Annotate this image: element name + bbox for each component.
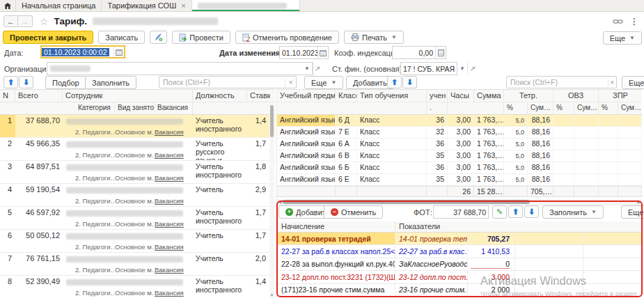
col-header-hours[interactable]: Часы	[448, 90, 474, 102]
right-more-button[interactable]: Еще▼	[622, 76, 644, 89]
print-button[interactable]: Печать▼	[344, 31, 404, 44]
employee-row[interactable]: 5 46 597,92 2. Педагоги… Основное м… Вак…	[0, 207, 275, 230]
move-down-button[interactable]: ⬇	[402, 76, 417, 88]
col-header-ovz-sum[interactable]: Сум…	[574, 102, 599, 114]
calendar-icon[interactable]	[317, 47, 328, 58]
col-header-tetr-pct[interactable]: %	[504, 102, 528, 114]
pick-button[interactable]: Подбор	[45, 76, 86, 89]
accrual-row[interactable]: 23-12 допл.по пост.3231 (1732)(ШК) 23-12…	[277, 271, 642, 283]
accrual-row[interactable]: 14-01 проверка тетрадей 14-01 проверка т…	[277, 233, 642, 245]
col-header-category[interactable]: Категория	[75, 102, 115, 114]
move-down-button[interactable]: ⬇	[524, 205, 539, 218]
col-header-n[interactable]: N	[0, 90, 15, 102]
link-icon[interactable]	[613, 18, 623, 25]
search-input[interactable]	[507, 78, 608, 86]
open-link-icon[interactable]: ↗	[467, 62, 478, 75]
vacancy-link[interactable]: Вакансия	[155, 151, 191, 159]
accrual-row[interactable]: 22-28 за выпол.функций кл.рук.4000 ЗаКла…	[277, 258, 642, 271]
subject-row[interactable]: Английский язык 6 Д Класс 36 3,00 1 763,…	[277, 115, 642, 127]
employee-row[interactable]: 8 52 390,49 2. Педагоги… Основное м… Вак…	[0, 276, 275, 298]
favorite-star-icon[interactable]: ☆	[40, 16, 49, 27]
col-group-tetr[interactable]: Тетр.	[504, 90, 553, 102]
col-header-rate[interactable]: Ставк	[247, 90, 270, 102]
col-header-class[interactable]: Класс	[336, 90, 357, 102]
employee-row[interactable]: 7 76 761,15 2. Педагоги… Основное м… Вак…	[0, 253, 275, 276]
vacancy-link[interactable]: Вакансия	[155, 174, 191, 182]
col-group-zpr[interactable]: ЗПР	[599, 90, 642, 102]
col-header-ovz-pct[interactable]: %	[553, 102, 574, 114]
col-group-ovz[interactable]: ОВЗ	[553, 90, 599, 102]
post-and-close-button[interactable]: Провести и закрыть	[3, 31, 93, 44]
employee-row[interactable]: 6 50 050,12 2. Педагоги… Основное м… Вак…	[0, 230, 275, 253]
index-coef-input[interactable]: 0,00	[392, 46, 446, 59]
scrollbar-thumb[interactable]	[283, 200, 530, 204]
left-more-button[interactable]: Еще▼	[304, 76, 343, 89]
col-header-accrual[interactable]: Начисление	[277, 221, 395, 232]
edit-button[interactable]: ✎	[492, 205, 507, 219]
search-input[interactable]	[159, 78, 285, 86]
scroll-down-icon[interactable]: ▼	[269, 293, 274, 297]
col-header-subject[interactable]: Учебный предмет	[277, 90, 336, 102]
move-down-button[interactable]: ⬇	[19, 76, 33, 88]
move-up-button[interactable]: ⬆	[387, 76, 402, 88]
save-button[interactable]: Записать	[98, 31, 145, 44]
change-date-input[interactable]: 01.10.2023	[279, 46, 329, 59]
fill-left-button[interactable]: Заполнить	[85, 76, 136, 89]
col-header-students[interactable]: учен	[427, 90, 448, 102]
tab-active-redacted[interactable]	[192, 0, 300, 11]
col-header-zpr-pct[interactable]: %	[599, 102, 618, 114]
scroll-right-icon[interactable]: ▶	[638, 199, 641, 205]
vertical-scrollbar[interactable]: ▼	[269, 102, 274, 298]
subjects-search[interactable]: ×	[506, 76, 617, 88]
vacancy-link[interactable]: Вакансия	[155, 220, 191, 228]
employee-row[interactable]: 2 45 966,35 2. Педагоги… Основное м… Вак…	[0, 138, 275, 161]
clear-search-icon[interactable]: ×	[285, 79, 296, 86]
dropdown-icon[interactable]: ▼	[303, 62, 311, 75]
cancel-accrual-button[interactable]: −Отменить	[324, 205, 383, 219]
vacancy-link[interactable]: Вакансия	[155, 243, 191, 251]
col-header-vacancy[interactable]: Вакансия	[155, 102, 193, 114]
calculator-icon[interactable]	[435, 47, 446, 58]
col-header-zpr-sum[interactable]: Сум…	[618, 102, 642, 114]
subject-row[interactable]: Английский язык 6 Е Класс 35 3,00 1 763,…	[277, 174, 642, 186]
subject-row[interactable]: Английский язык 7 Е Класс 32 3,00 1 763,…	[277, 127, 642, 139]
col-header-total[interactable]: Всего	[15, 90, 63, 102]
vacancy-link[interactable]: Вакансия	[155, 289, 191, 297]
col-header-tetr-sum[interactable]: Сум…	[528, 102, 553, 114]
close-icon[interactable]: ×	[181, 1, 185, 10]
tab-home-page[interactable]: Начальная страница	[16, 0, 102, 11]
fot-input[interactable]: 37 688,70	[433, 205, 489, 219]
home-tab[interactable]	[0, 0, 16, 11]
subject-row[interactable]: Английский язык 6 В Класс 35 3,00 1 763,…	[277, 150, 642, 162]
col-header-employee[interactable]: Сотрудник	[63, 90, 193, 102]
organization-input[interactable]	[47, 62, 313, 75]
col-header-position[interactable]: Должность	[193, 90, 247, 102]
clear-search-icon[interactable]: ×	[608, 79, 616, 86]
scroll-left-icon[interactable]: ◀	[278, 199, 281, 205]
dropdown-icon[interactable]: ▼	[458, 62, 466, 75]
employees-search[interactable]: ×	[159, 76, 297, 88]
quill-icon-button[interactable]	[150, 31, 167, 44]
fin-source-input[interactable]: 17 ! СУБ. КРАЯ	[400, 62, 457, 75]
calendar-icon[interactable]	[113, 47, 124, 57]
accrual-row[interactable]: (171)23-16 прочие стим.сумма 23-16 прочи…	[277, 284, 642, 297]
employee-row[interactable]: 3 64 897,51 2. Педагоги… Основное м… Вак…	[0, 161, 275, 184]
kebab-menu-icon[interactable]: ⋮	[630, 17, 638, 26]
form-more-button[interactable]: Еще▼	[603, 31, 642, 45]
date-input[interactable]: 01.10.2023 0:00:02	[40, 45, 125, 58]
tab-tarifikaciya[interactable]: Тарификация СОШ ×	[102, 0, 191, 11]
subject-row[interactable]: Английский язык 6 А Класс 36 3,00 1 763,…	[277, 139, 642, 150]
subject-row[interactable]: Английский язык 6 Б Класс 36 3,00 1 763,…	[277, 162, 642, 174]
post-button[interactable]: Провести	[172, 31, 230, 44]
col-header-indicators[interactable]: Показатели	[395, 221, 642, 232]
col-header-employment[interactable]: Вид занятости	[115, 102, 155, 114]
move-up-button[interactable]: ⬆	[508, 205, 523, 218]
accruals-more-button[interactable]: Еще	[621, 205, 644, 219]
employee-row[interactable]: 4 59 190,54 2. Педагоги… Основное м… Вак…	[0, 184, 275, 207]
open-link-icon[interactable]: ↗	[312, 62, 322, 75]
back-button[interactable]: ←	[3, 15, 18, 27]
employee-row[interactable]: 1 37 688,70 2. Педагоги… Основное м… Вак…	[0, 115, 275, 138]
accrual-row[interactable]: 22-27 за раб.в классах напол.25< 22-27 з…	[277, 245, 642, 258]
move-up-button[interactable]: ⬆	[3, 76, 18, 88]
col-header-sum[interactable]: Сумма	[474, 90, 504, 102]
